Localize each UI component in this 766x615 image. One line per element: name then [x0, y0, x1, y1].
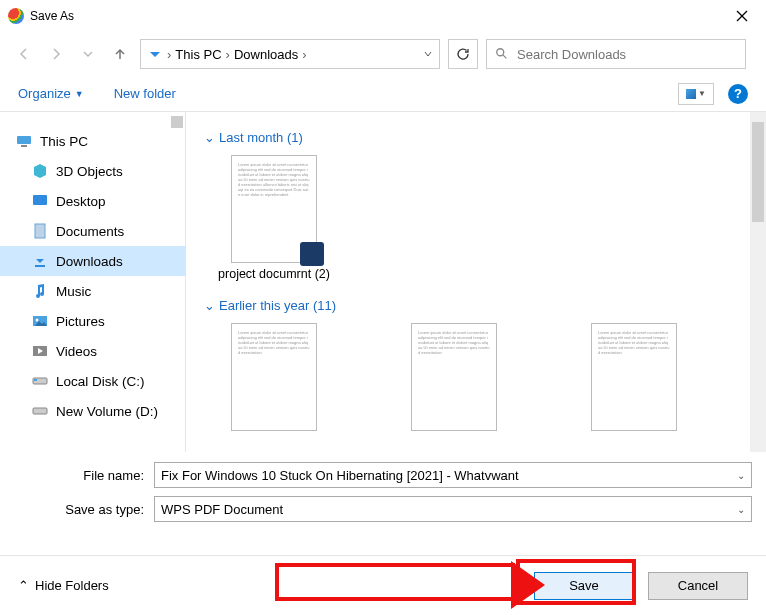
chevron-right-icon: › [226, 47, 230, 62]
body: This PC 3D Objects Desktop Documents Dow… [0, 112, 766, 452]
sidebar-scrollbar[interactable] [169, 112, 185, 452]
pdf-badge-icon [300, 242, 324, 266]
titlebar: Save As [0, 0, 766, 32]
sidebar-item-local-disk-c[interactable]: Local Disk (C:) [0, 366, 185, 396]
toolbar: Organize ▼ New folder ▼ ? [0, 76, 766, 112]
thumbnail-view-icon [686, 89, 696, 99]
sidebar-item-label: This PC [40, 134, 88, 149]
file-item[interactable]: Lorem ipsum dolor sit amet consectetur a… [564, 323, 704, 431]
forward-button[interactable] [44, 42, 68, 66]
group-header-last-month[interactable]: ⌄ Last month (1) [204, 130, 748, 145]
svg-rect-8 [35, 265, 45, 267]
sidebar-item-desktop[interactable]: Desktop [0, 186, 185, 216]
sidebar-item-documents[interactable]: Documents [0, 216, 185, 246]
caret-down-icon: ▼ [698, 89, 706, 98]
sidebar-item-label: Music [56, 284, 91, 299]
refresh-icon [456, 47, 470, 61]
search-icon [495, 47, 509, 61]
sidebar-item-this-pc[interactable]: This PC [0, 126, 185, 156]
sidebar-item-label: Documents [56, 224, 124, 239]
sidebar-item-label: Downloads [56, 254, 123, 269]
sidebar-item-label: Desktop [56, 194, 106, 209]
search-box[interactable] [486, 39, 746, 69]
group-label: Earlier this year (11) [219, 298, 336, 313]
group-header-earlier-year[interactable]: ⌄ Earlier this year (11) [204, 298, 748, 313]
svg-rect-6 [33, 195, 47, 205]
chrome-icon [8, 8, 24, 24]
file-item[interactable]: Lorem ipsum dolor sit amet consectetur a… [204, 323, 344, 431]
file-thumbnail: Lorem ipsum dolor sit amet consectetur a… [231, 155, 317, 263]
hide-folders-label: Hide Folders [35, 578, 109, 593]
file-item[interactable]: Lorem ipsum dolor sit amet consectetur a… [204, 155, 344, 282]
sidebar-item-new-volume-d[interactable]: New Volume (D:) [0, 396, 185, 426]
music-icon [32, 283, 48, 299]
breadcrumb-root[interactable]: This PC [175, 47, 221, 62]
svg-rect-4 [17, 136, 31, 144]
breadcrumb-folder[interactable]: Downloads [234, 47, 298, 62]
file-thumbnail: Lorem ipsum dolor sit amet consectetur a… [411, 323, 497, 431]
file-thumbnail: Lorem ipsum dolor sit amet consectetur a… [231, 323, 317, 431]
group-label: Last month (1) [219, 130, 303, 145]
breadcrumb-dropdown[interactable] [423, 47, 433, 62]
up-button[interactable] [108, 42, 132, 66]
cancel-button[interactable]: Cancel [648, 572, 748, 600]
annotation-highlight-box [516, 559, 636, 605]
cube-icon [32, 163, 48, 179]
chevron-right-icon: › [302, 47, 306, 62]
type-combo[interactable]: WPS PDF Document ⌄ [154, 496, 752, 522]
file-thumbnail: Lorem ipsum dolor sit amet consectetur a… [591, 323, 677, 431]
sidebar-item-label: New Volume (D:) [56, 404, 158, 419]
chevron-right-icon: › [167, 47, 171, 62]
recent-dropdown[interactable] [76, 42, 100, 66]
type-label: Save as type: [14, 502, 154, 517]
sidebar-item-label: Pictures [56, 314, 105, 329]
annotation-arrow [275, 563, 515, 601]
pictures-icon [32, 313, 48, 329]
chevron-up-icon: ⌃ [18, 578, 29, 593]
sidebar-item-downloads[interactable]: Downloads [0, 246, 185, 276]
file-row: Lorem ipsum dolor sit amet consectetur a… [204, 155, 748, 282]
content-pane: ⌄ Last month (1) Lorem ipsum dolor sit a… [186, 112, 766, 452]
file-item[interactable]: Lorem ipsum dolor sit amet consectetur a… [384, 323, 524, 431]
svg-rect-14 [33, 408, 47, 414]
svg-rect-5 [21, 145, 27, 147]
search-input[interactable] [517, 47, 737, 62]
videos-icon [32, 343, 48, 359]
disk-icon [32, 403, 48, 419]
breadcrumb[interactable]: › This PC › Downloads › [140, 39, 440, 69]
refresh-button[interactable] [448, 39, 478, 69]
svg-point-10 [36, 319, 39, 322]
document-icon [32, 223, 48, 239]
back-button[interactable] [12, 42, 36, 66]
close-icon [736, 10, 748, 22]
filename-input[interactable] [161, 468, 737, 483]
type-value: WPS PDF Document [161, 502, 737, 517]
sidebar-item-label: Videos [56, 344, 97, 359]
organize-label: Organize [18, 86, 71, 101]
new-folder-button[interactable]: New folder [114, 86, 176, 101]
filename-combo[interactable]: ⌄ [154, 462, 752, 488]
sidebar-item-music[interactable]: Music [0, 276, 185, 306]
svg-rect-13 [34, 379, 37, 381]
form-area: File name: ⌄ Save as type: WPS PDF Docum… [0, 452, 766, 522]
window-title: Save As [30, 9, 74, 23]
view-toggle[interactable]: ▼ [678, 83, 714, 105]
caret-down-icon: ▼ [75, 89, 84, 99]
sidebar-item-pictures[interactable]: Pictures [0, 306, 185, 336]
sidebar-item-3d-objects[interactable]: 3D Objects [0, 156, 185, 186]
content-scrollbar[interactable] [750, 112, 766, 452]
sidebar-item-videos[interactable]: Videos [0, 336, 185, 366]
download-arrow-icon [147, 46, 163, 62]
file-name: project documrnt (2) [218, 267, 330, 282]
caret-down-icon: ⌄ [737, 504, 745, 515]
hide-folders-toggle[interactable]: ⌃ Hide Folders [18, 578, 109, 593]
chevron-down-icon: ⌄ [204, 298, 215, 313]
filename-label: File name: [14, 468, 154, 483]
chevron-down-icon: ⌄ [204, 130, 215, 145]
organize-menu[interactable]: Organize ▼ [18, 86, 84, 101]
close-button[interactable] [726, 0, 758, 32]
download-icon [32, 253, 48, 269]
navbar: › This PC › Downloads › [0, 32, 766, 76]
sidebar: This PC 3D Objects Desktop Documents Dow… [0, 112, 186, 452]
help-button[interactable]: ? [728, 84, 748, 104]
